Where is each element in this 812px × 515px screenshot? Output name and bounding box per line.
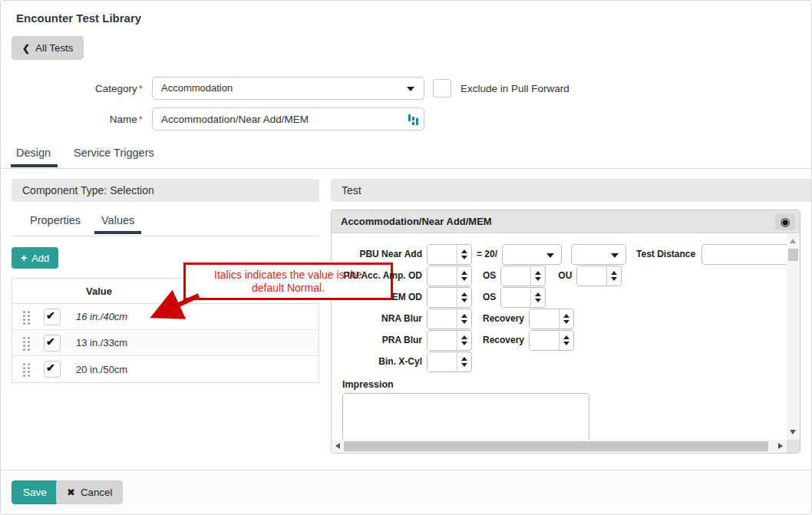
acc-amp-ou-input[interactable] [577,266,607,286]
nra-recovery-input[interactable] [530,309,559,328]
spinner-up-icon[interactable] [611,271,617,275]
acc-amp-ou-spinner[interactable] [576,266,622,286]
spinner-arrows[interactable] [559,331,573,350]
nra-blur-spinner[interactable] [427,309,472,329]
spinner-arrows[interactable] [607,266,621,286]
nra-blur-input[interactable] [427,309,457,328]
acc-amp-os-input[interactable] [501,266,531,286]
scroll-up-icon[interactable] [790,239,796,243]
spinner-down-icon[interactable] [461,277,467,281]
test-distance-input[interactable] [701,244,787,265]
value-checkbox[interactable]: ✔ [44,309,61,325]
tab-design[interactable]: Design [16,147,51,159]
spinner-up-icon[interactable] [461,292,467,296]
cancel-button[interactable]: ✖ Cancel [56,480,123,504]
acc-amp-od-input[interactable] [427,266,457,286]
vertical-scrollbar[interactable] [787,233,800,440]
pu-acc-amp-od-label: P/U Acc. Amp. OD [342,270,422,281]
spinner-up-icon[interactable] [563,335,569,339]
value-checkbox[interactable]: ✔ [44,361,61,378]
spinner-down-icon[interactable] [535,277,541,281]
spinner-arrows[interactable] [531,288,545,307]
acc-amp-os-spinner[interactable] [500,266,546,286]
mem-od-spinner[interactable] [427,287,472,308]
category-dropdown[interactable]: Accommodation [152,77,424,100]
name-label: Name* [12,114,143,125]
exclude-pull-forward-checkbox[interactable] [433,79,451,97]
spinner-down-icon[interactable] [461,256,467,259]
horizontal-scroll-thumb[interactable] [344,441,768,451]
all-tests-label: All Tests [35,42,73,54]
pra-blur-input[interactable] [427,331,457,350]
test-distance-label: Test Distance [636,249,695,259]
pbu-near-add-input[interactable] [427,245,457,264]
spinner-up-icon[interactable] [563,314,569,318]
recovery-label: Recovery [483,335,524,345]
all-tests-back-button[interactable]: ❮ All Tests [12,36,84,60]
drag-handle-icon[interactable] [23,363,31,375]
add-value-button[interactable]: + Add [12,247,58,269]
spinner-arrows[interactable] [457,288,471,307]
spinner-down-icon[interactable] [563,342,569,345]
spinner-up-icon[interactable] [461,314,467,318]
bars-icon[interactable] [408,114,418,125]
mem-od-input[interactable] [427,288,457,307]
spinner-down-icon[interactable] [461,320,467,324]
tab-values[interactable]: Values [101,214,134,226]
nra-row: NRA Blur Recovery [342,308,787,329]
scroll-down-icon[interactable] [790,430,796,434]
pra-recovery-input[interactable] [530,331,559,350]
spinner-arrows[interactable] [457,352,471,371]
impression-textarea[interactable] [342,393,589,440]
spinner-arrows[interactable] [457,266,471,286]
name-input[interactable] [153,108,424,130]
drag-handle-icon[interactable] [23,311,31,323]
save-button[interactable]: Save [12,480,58,504]
bin-xcyl-input[interactable] [427,352,457,371]
target-button[interactable]: ◉ [775,213,795,230]
spinner-down-icon[interactable] [611,277,617,281]
value-checkbox[interactable]: ✔ [44,335,61,352]
spinner-arrows[interactable] [457,309,471,328]
spinner-arrows[interactable] [457,331,471,350]
spinner-arrows[interactable] [559,309,573,328]
horizontal-scrollbar[interactable] [332,440,787,453]
recovery-label: Recovery [483,313,524,324]
caret-down-icon [546,253,554,258]
mem-os-spinner[interactable] [500,287,546,308]
checkmark-icon: ✔ [46,309,55,322]
value-text: 20 in./50cm [76,364,127,375]
pra-recovery-spinner[interactable] [529,330,574,351]
scroll-right-icon[interactable] [778,443,783,449]
spinner-up-icon[interactable] [461,335,467,339]
spinner-arrows[interactable] [457,245,471,264]
component-type-header: Component Type: Selection [12,179,319,202]
value-text: 13 in./33cm [76,337,127,348]
spinner-up-icon[interactable] [461,249,467,253]
acuity-select-1[interactable] [502,244,562,265]
tab-service-triggers[interactable]: Service Triggers [74,147,154,159]
scroll-left-icon[interactable] [335,443,340,449]
acuity-select-2[interactable] [571,244,626,265]
spinner-arrows[interactable] [531,266,545,286]
nra-recovery-spinner[interactable] [529,309,574,329]
spinner-up-icon[interactable] [461,271,467,275]
spinner-up-icon[interactable] [535,271,541,275]
pbu-near-add-spinner[interactable] [427,244,472,265]
spinner-down-icon[interactable] [461,363,467,367]
vertical-scroll-thumb[interactable] [788,249,798,261]
spinner-down-icon[interactable] [535,299,541,302]
spinner-up-icon[interactable] [535,292,541,296]
spinner-up-icon[interactable] [461,357,467,361]
drag-handle-icon[interactable] [23,337,31,349]
pra-blur-spinner[interactable] [427,330,472,351]
nra-blur-label: NRA Blur [342,313,422,324]
spinner-down-icon[interactable] [563,320,569,324]
annotation-line1: Italics indicates the value is the [214,269,362,282]
acc-amp-od-spinner[interactable] [427,266,472,286]
bin-xcyl-spinner[interactable] [427,352,472,372]
spinner-down-icon[interactable] [461,342,467,345]
tab-properties[interactable]: Properties [30,214,81,226]
mem-os-input[interactable] [501,288,531,307]
spinner-down-icon[interactable] [461,299,467,302]
